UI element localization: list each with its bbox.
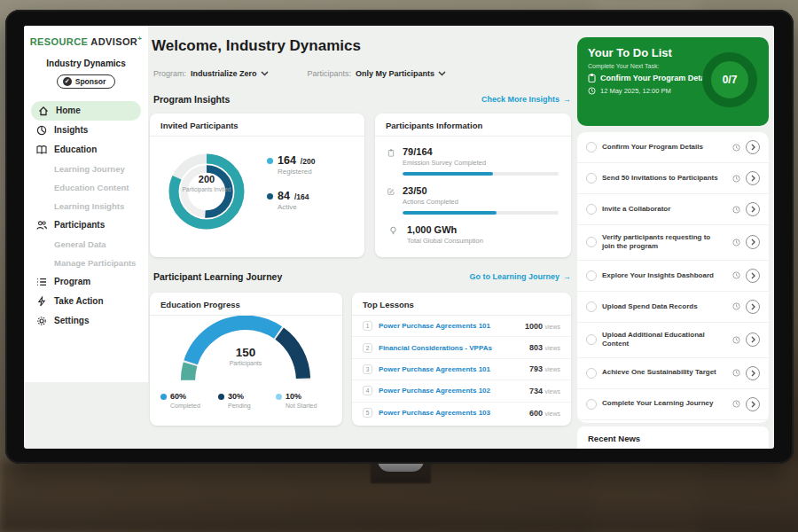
participants-dropdown[interactable]: Only My Participants [356, 69, 446, 78]
task-row[interactable]: Upload Spend Data Records [577, 292, 769, 323]
legend-pct: 30% [228, 392, 244, 401]
collapse-tasks-link[interactable]: Collapse Tasks [577, 420, 769, 423]
task-checkbox[interactable] [586, 334, 597, 345]
sidebar-item-insights[interactable]: Insights [24, 121, 148, 140]
task-checkbox[interactable] [586, 301, 597, 312]
lesson-link[interactable]: Power Purchase Agreements 103 [379, 409, 523, 417]
clock-icon [732, 336, 740, 344]
task-row[interactable]: Verify participants requesting to join t… [577, 225, 769, 261]
legend-item-pending: 30% Pending [218, 392, 276, 409]
legend-pct: 10% [286, 392, 301, 401]
task-label: Achieve One Sustainability Target [602, 368, 716, 377]
link-label: Go to Learning Journey [469, 272, 559, 281]
go-to-learning-journey-link[interactable]: Go to Learning Journey → [469, 272, 571, 281]
info-label: Actions Completed [403, 198, 559, 206]
progress-track [403, 172, 559, 176]
lesson-link[interactable]: Power Purchase Agreements 101 [379, 365, 523, 373]
sidebar-item-settings[interactable]: Settings [24, 311, 148, 331]
sidebar-item-general-data[interactable]: General Data [24, 235, 148, 254]
info-value: 79/164 [403, 146, 559, 157]
task-open-button[interactable] [746, 300, 760, 314]
sidebar-item-learning-journey[interactable]: Learning Journey [24, 160, 148, 178]
todo-next-task-label: Confirm Your Program Details [600, 74, 714, 82]
task-row[interactable]: Send 50 Invitations to Participants [577, 163, 769, 194]
program-insights-header: Program Insights Check More Insights → [153, 94, 571, 105]
gauge-center-caption: Participants [201, 360, 290, 366]
clock-icon [732, 400, 740, 408]
task-open-button[interactable] [746, 269, 760, 283]
legend-label: Pending [228, 403, 276, 409]
lesson-row: 1 Power Purchase Agreements 101 1000 vie… [352, 316, 571, 337]
task-open-button[interactable] [746, 235, 760, 249]
progress-fill [403, 211, 497, 215]
card-title: Invited Participants [150, 113, 364, 137]
legend-dot [267, 193, 273, 200]
task-checkbox[interactable] [586, 270, 597, 281]
task-row[interactable]: Confirm Your Program Details [577, 132, 769, 163]
program-dropdown[interactable]: Industrialize Zero [191, 69, 269, 78]
brand-primary: RESOURCE [30, 36, 89, 47]
task-open-button[interactable] [746, 332, 760, 347]
info-row-actions: 23/50 Actions Completed [375, 176, 571, 215]
clock-icon [588, 87, 596, 95]
sidebar-item-label: Participants [54, 220, 105, 230]
sidebar-item-take-action[interactable]: Take Action [24, 292, 148, 311]
sidebar-item-home[interactable]: Home [31, 101, 141, 121]
lesson-link[interactable]: Power Purchase Agreements 102 [379, 387, 523, 395]
task-open-button[interactable] [746, 140, 760, 154]
task-checkbox[interactable] [586, 204, 597, 215]
card-title: Participants Information [375, 113, 571, 137]
participants-filter-label: Participants: [308, 69, 352, 78]
sidebar-item-program[interactable]: Program [24, 272, 148, 292]
task-open-button[interactable] [746, 366, 760, 380]
chevron-down-icon [261, 71, 269, 76]
check-more-insights-link[interactable]: Check More Insights → [481, 95, 571, 104]
clock-icon [732, 369, 740, 377]
brand-logo: RESOURCE ADVISOR+ [24, 26, 148, 47]
task-checkbox[interactable] [586, 142, 597, 153]
program-dropdown-value: Industrialize Zero [191, 69, 257, 78]
legend-item-completed: 60% Completed [160, 392, 218, 409]
info-value: 23/50 [403, 185, 559, 196]
task-row[interactable]: Invite a Collaborator [577, 194, 769, 225]
card-title: Top Lessons [352, 293, 571, 316]
org-name: Industry Dynamics [24, 59, 148, 68]
todo-task-list: Confirm Your Program Details Send 50 Inv… [577, 132, 769, 423]
lesson-link[interactable]: Power Purchase Agreements 101 [379, 322, 519, 330]
views-label: views [544, 411, 560, 417]
views-label: views [544, 366, 560, 372]
task-row[interactable]: Explore Your Insights Dashboard [577, 261, 769, 292]
task-open-button[interactable] [746, 171, 760, 185]
sidebar-item-manage-participants[interactable]: Manage Participants [24, 254, 148, 272]
lesson-views: 1000 [525, 322, 543, 331]
task-open-button[interactable] [746, 202, 760, 216]
task-row[interactable]: Upload Additional Educational Content [577, 323, 769, 358]
sidebar-item-education-content[interactable]: Education Content [24, 178, 148, 197]
legend-label: Not Started [286, 403, 333, 409]
donut-center: 200 Participants Invited [180, 174, 233, 193]
sidebar-item-label: Settings [54, 316, 89, 325]
sponsor-badge[interactable]: ✓ Sponsor [57, 74, 115, 89]
task-label: Confirm Your Program Details [602, 143, 703, 152]
task-checkbox[interactable] [586, 399, 597, 410]
sidebar-item-learning-insights[interactable]: Learning Insights [24, 197, 148, 215]
arrow-right-icon: → [563, 272, 571, 281]
task-checkbox[interactable] [586, 173, 597, 184]
task-row[interactable]: Complete Your Learning Journey [577, 389, 769, 420]
task-row[interactable]: Achieve One Sustainability Target [577, 358, 769, 389]
task-checkbox[interactable] [586, 237, 597, 247]
task-open-button[interactable] [746, 397, 760, 411]
lesson-views: 734 [529, 387, 543, 395]
gauge-legend: 60% Completed 30% Pending 10% Not Starte… [160, 392, 333, 409]
book-icon [36, 145, 47, 155]
sidebar-item-participants[interactable]: Participants [24, 215, 148, 235]
clock-icon [732, 206, 740, 214]
lesson-link[interactable]: Financial Considerations - VPPAs [379, 344, 523, 352]
survey-icon [387, 146, 395, 158]
arrow-right-icon: → [563, 95, 571, 104]
lesson-rank: 1 [363, 321, 372, 331]
task-checkbox[interactable] [586, 368, 597, 379]
section-title: Program Insights [153, 94, 230, 105]
sidebar-item-education[interactable]: Education [24, 140, 148, 160]
info-label: Total Global Consumption [407, 237, 483, 245]
